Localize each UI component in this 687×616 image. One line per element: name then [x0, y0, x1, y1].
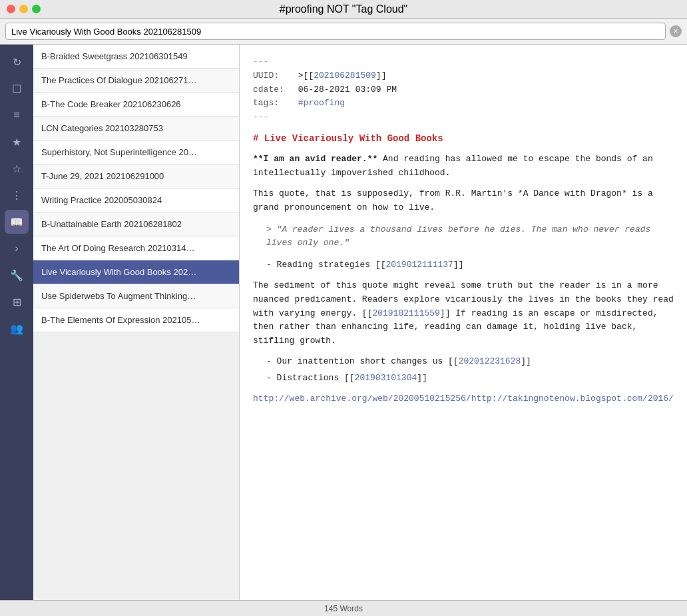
separator-top: ---: [253, 55, 674, 69]
traffic-lights: [7, 5, 41, 13]
url-link[interactable]: http://web.archive.org/web/2020051021525…: [253, 394, 674, 404]
minimize-button[interactable]: [19, 5, 28, 13]
paragraph-2: This quote, that is supposedly, from R.R…: [253, 187, 674, 215]
search-input[interactable]: [5, 23, 666, 40]
list-item[interactable]: The Practices Of Dialogue 202106271…: [33, 69, 239, 93]
list-item[interactable]: B-Braided Sweetgrass 202106301549: [33, 45, 239, 69]
uuid-prefix: >[[: [298, 71, 314, 81]
paragraph-3: The sediment of this quote might reveal …: [253, 279, 674, 348]
sync-icon[interactable]: ↻: [5, 50, 29, 74]
list1-suffix: ]]: [453, 260, 464, 270]
list3-link[interactable]: 201903101304: [355, 373, 417, 383]
uuid-line: UUID: >[[202106281509]]: [253, 69, 674, 83]
url-line: http://web.archive.org/web/2020051021525…: [253, 392, 674, 406]
para3-link[interactable]: 2019102111559: [372, 308, 439, 318]
list-item[interactable]: B-Unattainable Earth 202106281802: [33, 212, 239, 236]
separator-bottom: ---: [253, 111, 674, 125]
list-item[interactable]: T-June 29, 2021 202106291000: [33, 164, 239, 188]
search-clear-button[interactable]: ×: [670, 25, 682, 37]
list-item[interactable]: B-The Code Breaker 202106230626: [33, 93, 239, 117]
list-icon[interactable]: ≡: [5, 103, 29, 127]
book-icon[interactable]: 📖: [5, 210, 29, 234]
fullscreen-button[interactable]: [32, 5, 41, 13]
arrow-icon[interactable]: ›: [5, 236, 29, 260]
close-button[interactable]: [7, 5, 15, 13]
main-area: ↻ ☐ ≡ ★ ☆ ⋮ 📖 › 🔧 ⊞ 👥 B-Braided Sweetgra…: [0, 45, 687, 600]
list2-suffix: ]]: [521, 356, 531, 366]
word-count: 145 Words: [324, 604, 363, 613]
list-item[interactable]: Use Spiderwebs To Augment Thinking…: [33, 284, 239, 308]
list-item-active[interactable]: Live Vicariously With Good Books 202…: [33, 260, 239, 284]
paragraph-1: **I am an avid reader.** And reading has…: [253, 153, 674, 180]
list-item-3: - Distractions [[201903101304]]: [266, 372, 674, 386]
cdate-line: cdate: 06-28-2021 03:09 PM: [253, 83, 674, 97]
statusbar: 145 Words: [0, 600, 687, 616]
list2-prefix: - Our inattention short changes us [[: [266, 356, 459, 366]
list1-link[interactable]: 2019012111137: [385, 260, 453, 270]
list-item[interactable]: Writing Practice 202005030824: [33, 188, 239, 212]
tags-line: tags: #proofing: [253, 97, 674, 111]
cdate-label: cdate:: [253, 83, 293, 97]
content-area: --- UUID: >[[202106281509]] cdate: 06-28…: [240, 45, 687, 600]
sidebar-icons: ↻ ☐ ≡ ★ ☆ ⋮ 📖 › 🔧 ⊞ 👥: [0, 45, 33, 600]
list-item[interactable]: The Art Of Doing Research 20210314…: [33, 236, 239, 260]
note-list: B-Braided Sweetgrass 202106301549 The Pr…: [33, 45, 240, 600]
tags-label: tags:: [253, 97, 293, 111]
list3-suffix: ]]: [417, 373, 427, 383]
people-icon[interactable]: 👥: [5, 316, 29, 340]
list-item-1: - Reading strategies [[2019012111137]]: [266, 258, 674, 272]
titlebar: #proofing NOT "Tag Cloud": [0, 0, 687, 19]
list3-prefix: - Distractions [[: [266, 373, 355, 383]
list-item[interactable]: Superhistory, Not Superintelligence 20…: [33, 141, 239, 164]
uuid-link[interactable]: 202106281509: [314, 71, 376, 81]
blockquote: > "A reader lives a thousand lives befor…: [266, 223, 674, 251]
bold-text: **I am an avid reader.**: [253, 154, 377, 164]
tag-link[interactable]: #proofing: [298, 98, 345, 108]
uuid-suffix: ]]: [376, 71, 387, 81]
note-icon[interactable]: ☐: [5, 77, 29, 101]
list-item[interactable]: LCN Categories 202103280753: [33, 117, 239, 141]
star2-icon[interactable]: ☆: [5, 156, 29, 180]
list-item[interactable]: B-The Elements Of Expression 202105…: [33, 308, 239, 332]
cdate-value: 06-28-2021 03:09 PM: [298, 85, 397, 95]
window-title: #proofing NOT "Tag Cloud": [280, 3, 408, 15]
wrench-icon[interactable]: 🔧: [5, 263, 29, 287]
list2-icon[interactable]: ⋮: [5, 183, 29, 207]
list2-link[interactable]: 202012231628: [459, 356, 521, 366]
calendar-icon[interactable]: ⊞: [5, 290, 29, 314]
note-title: # Live Vicariously With Good Books: [253, 131, 674, 146]
list1-prefix: - Reading strategies [[: [266, 260, 385, 270]
uuid-label: UUID:: [253, 69, 293, 83]
list-item-2: - Our inattention short changes us [[202…: [266, 355, 674, 369]
searchbar: ×: [0, 19, 687, 45]
star-icon[interactable]: ★: [5, 130, 29, 154]
